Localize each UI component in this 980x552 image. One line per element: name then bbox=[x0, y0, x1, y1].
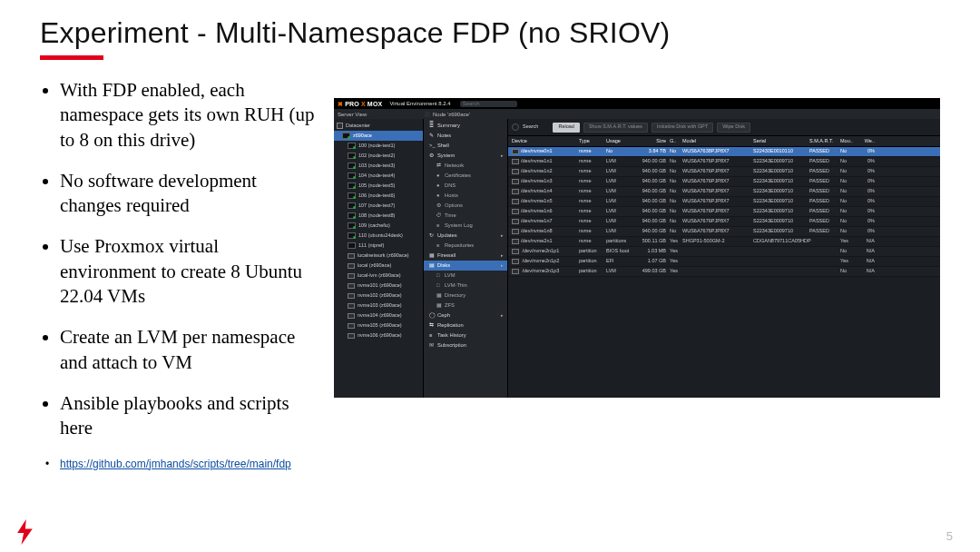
gpt-button[interactable]: Initialize Disk with GPT bbox=[652, 123, 713, 133]
column-header[interactable]: S.M.A.R.T. bbox=[809, 139, 840, 144]
cell: No bbox=[840, 179, 858, 184]
column-header[interactable]: Serial bbox=[753, 139, 809, 144]
tree-item[interactable]: Datacenter bbox=[334, 121, 423, 131]
table-row[interactable]: /dev/nvme1n3nvmeLVM940.00 GBNoWUS6A7676P… bbox=[508, 177, 940, 187]
table-row[interactable]: /dev/nvme1n1nvmeLVM940.00 GBNoWUS6A7676P… bbox=[508, 157, 940, 167]
tree-item[interactable]: z690ace bbox=[334, 131, 423, 141]
nav-item-shell[interactable]: >_Shell bbox=[424, 141, 507, 151]
table-row[interactable]: /dev/nvme1n8nvmeLVM940.00 GBNoWUS6A7676P… bbox=[508, 227, 940, 237]
cell: No bbox=[840, 189, 858, 194]
tree-item[interactable]: 109 (cachefio) bbox=[334, 221, 423, 231]
nav-item-summary[interactable]: ≣Summary bbox=[424, 121, 507, 131]
table-row[interactable]: /dev/nvme1n6nvmeLVM940.00 GBNoWUS6A7676P… bbox=[508, 207, 940, 217]
nav-item-options[interactable]: ⚙Options bbox=[424, 201, 507, 211]
nav-item-disks[interactable]: ▤Disks▸ bbox=[424, 261, 507, 271]
cell: BIOS boot bbox=[606, 249, 635, 254]
nav-icon: □ bbox=[436, 283, 441, 288]
cell: partitions bbox=[606, 239, 635, 244]
tree-item[interactable]: 105 (node-test5) bbox=[334, 181, 423, 191]
nav-item-dns[interactable]: ●DNS bbox=[424, 181, 507, 191]
nav-item-repositories[interactable]: ≡Repositories bbox=[424, 241, 507, 251]
cell: S22343E0009710 bbox=[753, 179, 809, 184]
nav-item-directory[interactable]: ▦Directory bbox=[424, 291, 507, 301]
cell: No bbox=[840, 249, 858, 254]
tree-item[interactable]: 111 (ntpref) bbox=[334, 241, 423, 251]
nav-item-zfs[interactable]: ▦ZFS bbox=[424, 301, 507, 310]
column-header[interactable]: Type bbox=[579, 139, 606, 144]
table-row[interactable]: /dev/nvme1n4nvmeLVM940.00 GBNoWUS6A7676P… bbox=[508, 187, 940, 197]
table-row[interactable]: /dev/nvme2n1p1partitionBIOS boot1.03 MBY… bbox=[508, 247, 940, 257]
nav-item-notes[interactable]: ✎Notes bbox=[424, 131, 507, 141]
column-header[interactable]: Mou.. bbox=[840, 139, 858, 144]
table-row[interactable]: /dev/nvme2n1p2partitionEFI1.07 GBYesYesN… bbox=[508, 257, 940, 267]
bullet-item: Use Proxmox virtual environment to creat… bbox=[60, 234, 316, 309]
nav-item-firewall[interactable]: ▦Firewall▸ bbox=[424, 251, 507, 261]
tree-item[interactable]: local-lvm (z690ace) bbox=[334, 271, 423, 281]
disks-grid[interactable]: DeviceTypeUsageSizeG..ModelSerialS.M.A.R… bbox=[508, 136, 940, 398]
nav-label: Certificates bbox=[445, 173, 471, 179]
tree-label: Datacenter bbox=[346, 123, 370, 129]
tree-item[interactable]: 106 (node-test6) bbox=[334, 191, 423, 201]
tree-item[interactable]: nvme101 (z690ace) bbox=[334, 281, 423, 291]
tree-item[interactable]: 108 (node-test8) bbox=[334, 211, 423, 221]
nav-item-lvm-thin[interactable]: □LVM-Thin bbox=[424, 281, 507, 291]
server-view-label[interactable]: Server View bbox=[336, 112, 425, 117]
reload-button[interactable]: Reload bbox=[553, 123, 579, 133]
tree-item[interactable]: nvme104 (z690ace) bbox=[334, 310, 423, 320]
cell: LVM bbox=[606, 229, 635, 234]
tree-item[interactable]: nvme103 (z690ace) bbox=[334, 301, 423, 310]
cell: /dev/nvme2n1p3 bbox=[512, 269, 579, 274]
tree-item[interactable]: 104 (node-test4) bbox=[334, 171, 423, 181]
nav-item-replication[interactable]: ⇆Replication bbox=[424, 320, 507, 330]
table-row[interactable]: /dev/nvme1n7nvmeLVM940.00 GBNoWUS6A7676P… bbox=[508, 217, 940, 227]
column-header[interactable]: G.. bbox=[670, 139, 682, 144]
column-header[interactable]: Usage bbox=[606, 139, 635, 144]
tree-item[interactable]: 102 (node-test2) bbox=[334, 151, 423, 161]
global-search[interactable]: Search bbox=[460, 101, 517, 107]
column-header[interactable]: We.. bbox=[858, 139, 878, 144]
cell: 0% bbox=[858, 189, 878, 194]
nav-item-system[interactable]: ⚙System▸ bbox=[424, 151, 507, 161]
nav-icon: ⏱ bbox=[436, 213, 441, 218]
table-row[interactable]: /dev/nvme1n5nvmeLVM940.00 GBNoWUS6A7676P… bbox=[508, 197, 940, 207]
cell: nvme bbox=[579, 159, 606, 164]
nav-item-lvm[interactable]: □LVM bbox=[424, 271, 507, 281]
tree-item[interactable]: 103 (node-test3) bbox=[334, 161, 423, 171]
cell: S22343E0009710 bbox=[753, 229, 809, 234]
column-header[interactable]: Device bbox=[512, 139, 579, 144]
nav-item-task-history[interactable]: ≡Task History bbox=[424, 330, 507, 340]
tree-item[interactable]: 107 (node-test7) bbox=[334, 201, 423, 211]
nav-item-updates[interactable]: ↻Updates▸ bbox=[424, 231, 507, 241]
resource-tree[interactable]: Datacenterz690ace100 (node-test1)102 (no… bbox=[334, 119, 424, 398]
nav-item-system-log[interactable]: ≡System Log bbox=[424, 221, 507, 231]
tree-item[interactable]: localnetwork (z690ace) bbox=[334, 251, 423, 261]
tree-item[interactable]: nvme102 (z690ace) bbox=[334, 291, 423, 301]
column-header[interactable]: Model bbox=[682, 139, 753, 144]
tree-item[interactable]: 110 (ubuntu24desk) bbox=[334, 231, 423, 241]
node-nav[interactable]: ≣Summary✎Notes>_Shell⚙System▸⇄Network●Ce… bbox=[424, 119, 508, 398]
column-header[interactable]: Size bbox=[635, 139, 670, 144]
repo-link[interactable]: https://github.com/jmhands/scripts/tree/… bbox=[60, 458, 291, 470]
table-row[interactable]: /dev/nvme0n1nvmeNo3.84 TBNoWUS6A7638PJP8… bbox=[508, 147, 940, 157]
nav-icon: ▤ bbox=[429, 263, 434, 268]
nav-item-network[interactable]: ⇄Network bbox=[424, 161, 507, 171]
vm-icon bbox=[348, 212, 356, 219]
nav-label: Hosts bbox=[445, 193, 458, 199]
smart-button[interactable]: Show S.M.A.R.T. values bbox=[583, 123, 648, 133]
wipe-button[interactable]: Wipe Disk bbox=[717, 123, 750, 133]
node-breadcrumb: Node 'z690ace' bbox=[433, 112, 470, 117]
nav-item-subscription[interactable]: ✉Subscription bbox=[424, 340, 507, 350]
nav-item-ceph[interactable]: ◯Ceph▸ bbox=[424, 310, 507, 320]
tree-item[interactable]: nvme105 (z690ace) bbox=[334, 320, 423, 330]
cell: Yes bbox=[670, 259, 682, 264]
nav-item-certificates[interactable]: ●Certificates bbox=[424, 171, 507, 181]
table-row[interactable]: /dev/nvme2n1nvmepartitions500.11 GBYesSH… bbox=[508, 237, 940, 247]
table-row[interactable]: /dev/nvme1n2nvmeLVM940.00 GBNoWUS6A7676P… bbox=[508, 167, 940, 177]
tree-item[interactable]: 100 (node-test1) bbox=[334, 141, 423, 151]
nav-item-time[interactable]: ⏱Time bbox=[424, 211, 507, 221]
table-row[interactable]: /dev/nvme2n1p3partitionLVM499.03 GBYesNo… bbox=[508, 267, 940, 277]
nav-item-hosts[interactable]: ●Hosts bbox=[424, 191, 507, 201]
cell: WUS6A7676PJP8X7 bbox=[682, 169, 753, 174]
tree-item[interactable]: local (z690ace) bbox=[334, 261, 423, 271]
tree-item[interactable]: nvme106 (z690ace) bbox=[334, 330, 423, 340]
